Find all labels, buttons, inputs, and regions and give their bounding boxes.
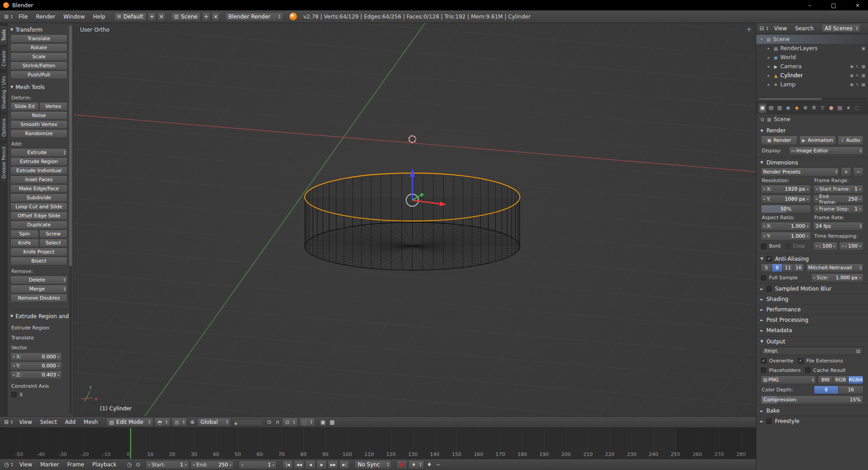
layer-toggle-1[interactable]: [235, 420, 237, 422]
manipulator-toggle[interactable]: ⊕: [189, 419, 196, 425]
minimize-button[interactable]: –: [799, 0, 820, 10]
bake-section-header[interactable]: ►Bake: [756, 405, 868, 416]
layer-toggle-2[interactable]: [237, 420, 240, 422]
freestyle-section-header[interactable]: ►Freestyle: [756, 416, 868, 426]
tool-subdivide-button[interactable]: Subdivide: [10, 193, 67, 202]
disclosure-icon[interactable]: ▸: [766, 82, 771, 87]
layer-toggle-15[interactable]: [245, 423, 248, 425]
anti-aliasing-section-header[interactable]: ▼ ✓ Anti-Aliasing: [756, 254, 868, 263]
tool-delete-menu-button[interactable]: Delete▴▾: [10, 276, 67, 284]
properties-tab-world[interactable]: ◉: [784, 103, 792, 113]
layer-toggle-16[interactable]: [248, 423, 250, 425]
properties-tab-render-layers[interactable]: ▤: [767, 103, 775, 113]
outliner-editor-type-button[interactable]: ⊟▴▾: [758, 25, 769, 32]
tool-inset-faces-button[interactable]: Inset Faces: [10, 175, 67, 184]
pin-icon[interactable]: ⊙: [760, 117, 764, 122]
transform-panel-header[interactable]: ▼ Transform: [10, 25, 67, 34]
crop-checkbox[interactable]: Crop: [785, 242, 805, 250]
tool-slide-ed-button[interactable]: Slide Ed: [10, 102, 39, 111]
properties-tab-scene[interactable]: ▥: [776, 103, 783, 113]
tool-smooth-vertex-button[interactable]: Smooth Vertex: [10, 120, 67, 129]
tool-shrink-fatten-button[interactable]: Shrink/Fatten: [10, 61, 67, 70]
aspect-x-field[interactable]: ◂X: 1.000▸: [761, 222, 811, 230]
cache-result-checkbox[interactable]: Cache Result: [805, 366, 846, 374]
layer-toggle-3[interactable]: [240, 420, 242, 422]
tool-knife-button[interactable]: Knife: [10, 239, 39, 247]
sync-mode-selector[interactable]: No Sync ▴▾: [354, 460, 392, 469]
start-frame-field[interactable]: ◂ Start: 1 ▸: [146, 461, 189, 469]
play-reverse-button[interactable]: ◀: [305, 460, 316, 469]
outliner-row-camera[interactable]: ▸▶Camera◉↖▦: [756, 62, 868, 71]
view3d-menu-add[interactable]: Add: [61, 419, 80, 425]
pivot-point-selector[interactable]: ◎ ▴▾: [172, 418, 188, 427]
outliner-row-renderlayers[interactable]: ▸▤RenderLayers▣: [756, 44, 868, 53]
tool-duplicate-button[interactable]: Duplicate: [10, 221, 67, 229]
eye-icon[interactable]: ◉: [850, 73, 854, 78]
end-frame-field-props[interactable]: ◂End Frame: 250▸: [813, 195, 863, 203]
tool-knife-project-button[interactable]: Knife Project: [10, 248, 67, 256]
render-icon[interactable]: ▦: [861, 73, 865, 78]
file-format-selector[interactable]: ▨ PNG▴▾: [761, 376, 816, 384]
outliner-scrollbar[interactable]: [758, 98, 867, 100]
opengl-render-still-button[interactable]: ▣: [319, 419, 327, 425]
tool-scale-button[interactable]: Scale: [10, 52, 67, 61]
outliner-menu-search[interactable]: Search: [791, 25, 818, 32]
tool-tab-tools[interactable]: Tools: [0, 25, 8, 45]
outliner-row-cylinder[interactable]: ▸▲Cylinder◉↖▦: [756, 71, 868, 80]
info-menu-window[interactable]: Window: [59, 14, 89, 20]
properties-tab-material[interactable]: ●: [827, 103, 835, 113]
select-icon[interactable]: ↖: [856, 73, 859, 78]
layer-toggle-12[interactable]: [237, 423, 240, 425]
output-path-field[interactable]: /tmp\ ▤: [761, 346, 863, 355]
layer-toggle-9[interactable]: [256, 420, 259, 422]
tool-tab-shading-uvs[interactable]: Shading / UVs: [0, 72, 8, 113]
extrude-menu-button[interactable]: Extrude ▴▾: [10, 148, 67, 157]
preview-range-button[interactable]: ◷: [126, 461, 133, 468]
dimensions-section-header[interactable]: ▼ Dimensions: [756, 157, 868, 167]
tool-rotate-button[interactable]: Rotate: [10, 43, 67, 52]
editor-type-button[interactable]: ⊞▴▾: [3, 419, 14, 425]
remap-old-field[interactable]: ◂: 100▸: [813, 242, 838, 250]
insert-keyframe-button[interactable]: ♦: [425, 461, 433, 468]
file-extensions-checkbox[interactable]: ✓File Extensions: [798, 357, 843, 365]
aa-samples-8-button[interactable]: 8: [772, 263, 783, 272]
add-scene-button[interactable]: +: [202, 12, 210, 21]
record-button[interactable]: [396, 460, 407, 469]
tool-make-edge-face-button[interactable]: Make Edge/Face: [10, 184, 67, 193]
keying-set-selector[interactable]: ♦ ▴▾: [408, 460, 424, 469]
render-presets-selector[interactable]: Render Presets ▴▾: [761, 168, 839, 176]
outliner-row-scene[interactable]: ▾▥Scene: [756, 35, 868, 44]
aa-filter-selector[interactable]: Mitchell-Netravali▴▾: [806, 263, 863, 272]
current-frame-indicator[interactable]: [130, 428, 131, 459]
sampled-motion-blur-section-header[interactable]: ►Sampled Motion Blur: [756, 283, 868, 294]
layer-toggle-18[interactable]: [254, 423, 256, 425]
info-menu-help[interactable]: Help: [89, 14, 109, 20]
tool-noise-button[interactable]: Noise: [10, 111, 67, 120]
outliner-row-lamp[interactable]: ▸☀Lamp◉↖▦: [756, 80, 868, 89]
end-frame-field[interactable]: ◂ End: 250 ▸: [190, 461, 234, 469]
jump-to-start-button[interactable]: |◀: [283, 460, 293, 469]
tool-bisect-button[interactable]: Bisect: [10, 257, 67, 265]
color-depth-16-button[interactable]: 16: [839, 385, 863, 394]
tool-tab-create[interactable]: Create: [0, 47, 8, 70]
render-section-header[interactable]: ▼ Render: [756, 126, 868, 136]
disclosure-icon[interactable]: ▸: [766, 55, 771, 60]
properties-tab-texture[interactable]: ▨: [836, 103, 844, 113]
aspect-y-field[interactable]: ◂Y: 1.000▸: [761, 232, 811, 240]
overwrite-checkbox[interactable]: ✓Overwrite: [761, 357, 793, 365]
next-keyframe-button[interactable]: ▶▶: [328, 460, 338, 469]
render-engine-selector[interactable]: Blender Render ▴▾: [225, 12, 283, 21]
vector-x-field[interactable]: ◂ X: 0.000 ▸: [10, 352, 62, 361]
tool-shelf-scrollbar[interactable]: [69, 25, 72, 414]
tool-offset-edge-slide-button[interactable]: Offset Edge Slide: [10, 212, 67, 220]
tool-push-pull-button[interactable]: Push/Pull: [10, 70, 67, 79]
post-processing-section-header[interactable]: ►Post Processing: [756, 315, 868, 325]
outliner-filter-selector[interactable]: All Scenes ▴▾: [821, 24, 861, 33]
info-editor-icon[interactable]: ⊞▴▾: [3, 14, 14, 20]
scene-selector[interactable]: ▥ Scene: [171, 12, 201, 21]
frame-rate-selector[interactable]: 24 fps▴▾: [813, 222, 863, 230]
view3d-menu-mesh[interactable]: Mesh: [80, 419, 102, 425]
layer-toggle-6[interactable]: [248, 420, 250, 422]
tool-vertex-button[interactable]: Vertex: [39, 102, 68, 111]
tool-loop-cut-and-slide-button[interactable]: Loop Cut and Slide: [10, 202, 67, 211]
